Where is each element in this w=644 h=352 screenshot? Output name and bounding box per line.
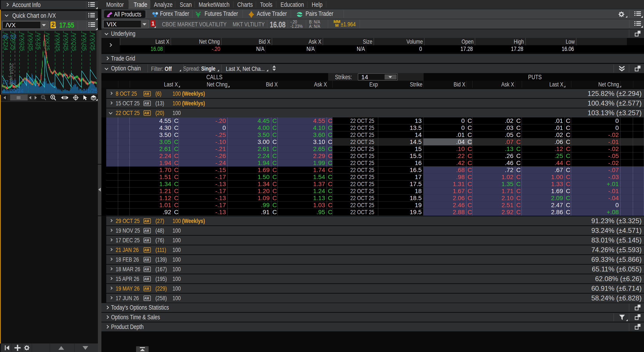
svg-text:/VXM25: /VXM25	[55, 33, 61, 51]
svg-text:/VXU25: /VXU25	[82, 33, 87, 51]
svg-text:12.98: 12.98	[2, 79, 16, 85]
svg-text:/VXQ25: /VXQ25	[71, 33, 77, 51]
svg-text:/VXH25: /VXH25	[28, 33, 34, 51]
svg-text:11/20/24: 11/20/24	[3, 88, 24, 94]
svg-text:/VXV25: /VXV25	[90, 33, 96, 50]
svg-text:/VXN25: /VXN25	[63, 33, 69, 51]
svg-text:/VXG25: /VXG25	[19, 33, 25, 51]
svg-text:/VXK25: /VXK25	[44, 33, 50, 50]
svg-text:45.13: 45.13	[2, 33, 16, 40]
svg-text:/VXJ25: /VXJ25	[36, 33, 42, 50]
svg-text:10/1/25: 10/1/25	[80, 88, 98, 94]
